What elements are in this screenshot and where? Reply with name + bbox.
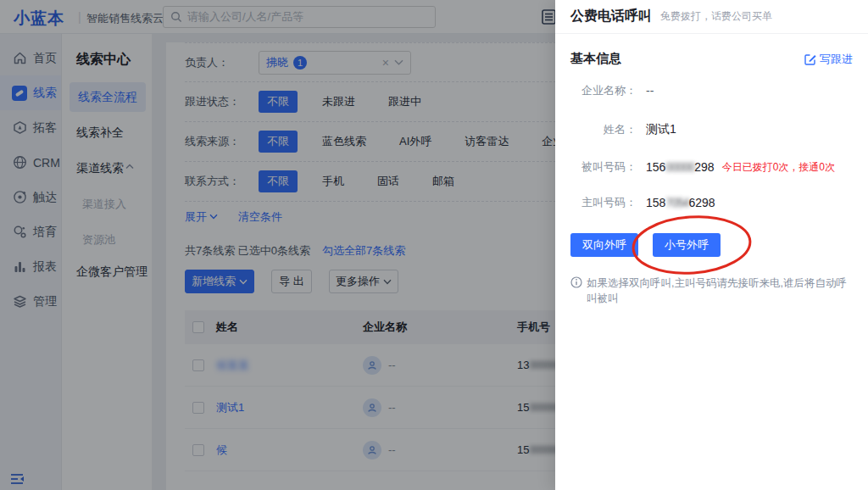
masked-digits: 7054 bbox=[665, 196, 688, 209]
call-buttons-row: 双向外呼 小号外呼 bbox=[570, 233, 721, 257]
masked-digits: 00000 bbox=[665, 160, 694, 174]
edit-icon bbox=[804, 53, 816, 65]
drawer-title: 公费电话呼叫 bbox=[570, 8, 652, 25]
field-name: 姓名： 测试1 bbox=[570, 122, 676, 137]
tip-text: 如果选择双向呼叫,主叫号码请先接听来电,谁后将自动呼叫被叫 bbox=[587, 276, 854, 306]
contact-name-value: 测试1 bbox=[646, 122, 676, 137]
write-follow-up-link[interactable]: 写跟进 bbox=[804, 52, 853, 67]
small-number-call-button[interactable]: 小号外呼 bbox=[653, 233, 721, 257]
call-drawer: 公费电话呼叫 免费拨打，话费公司买单 基本信息 写跟进 企业名称： -- 姓名：… bbox=[555, 0, 868, 490]
call-stats-note: 今日已拨打0次，接通0次 bbox=[722, 160, 835, 175]
basic-info-section-header: 基本信息 写跟进 bbox=[570, 51, 853, 67]
drawer-header: 公费电话呼叫 免费拨打，话费公司买单 bbox=[555, 0, 868, 34]
app-root: 小蓝本 | 智能销售线索云 请输入公司/人名/产品等 首页 bbox=[0, 0, 868, 490]
caller-number-value: 15870546298 bbox=[646, 196, 715, 209]
drawer-subtitle: 免费拨打，话费公司买单 bbox=[660, 9, 772, 24]
modal-dim-overlay[interactable] bbox=[0, 0, 555, 490]
company-value: -- bbox=[646, 84, 654, 97]
field-caller-number: 主叫号码： 15870546298 bbox=[570, 195, 715, 210]
basic-info-title: 基本信息 bbox=[570, 51, 621, 67]
field-company: 企业名称： -- bbox=[570, 83, 654, 98]
two-way-call-tip: 如果选择双向呼叫,主叫号码请先接听来电,谁后将自动呼叫被叫 bbox=[570, 276, 854, 306]
two-way-call-button[interactable]: 双向外呼 bbox=[570, 233, 638, 257]
info-icon bbox=[570, 276, 582, 288]
field-callee-number: 被叫号码： 15600000298 今日已拨打0次，接通0次 bbox=[570, 159, 835, 175]
callee-number-value: 15600000298 bbox=[646, 160, 715, 174]
